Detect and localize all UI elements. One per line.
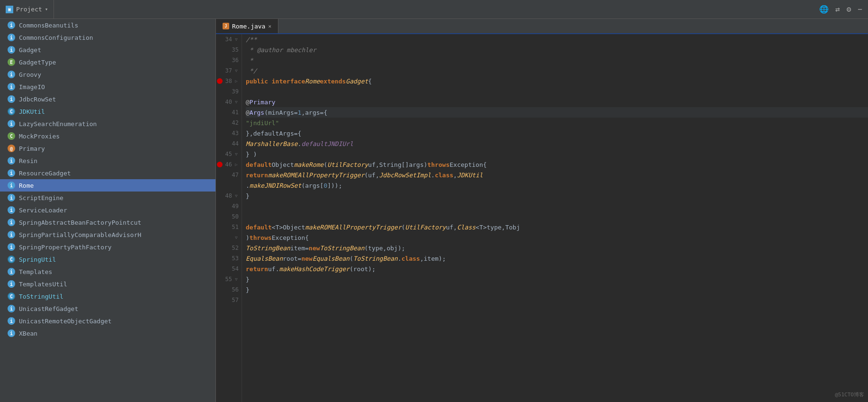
line-number-16: 49: [216, 201, 242, 211]
fold-arrow-19[interactable]: ▽: [234, 235, 239, 240]
sidebar-label-templates: Templates: [19, 268, 52, 275]
code-line-10: MarshallerBase.defaultJNDIUrl: [246, 138, 868, 149]
sidebar-label-serviceloader: ServiceLoader: [19, 207, 67, 214]
sidebar-label-lazysearchenumeration: LazySearchEnumeration: [19, 120, 97, 128]
line-number-11: 45▽: [216, 149, 242, 159]
sidebar-item-imageio[interactable]: iImageIO: [0, 81, 215, 93]
fold-arrow-6[interactable]: ▽: [234, 100, 239, 104]
sidebar-item-springpropertypathfactory[interactable]: iSpringPropertyPathFactory: [0, 241, 215, 253]
tab-label-rome-java: Rome.java: [232, 23, 265, 30]
line-number-7: 41: [216, 107, 242, 118]
sidebar-item-rome[interactable]: iRome: [0, 179, 215, 192]
line-number-24: 56: [216, 284, 242, 295]
sidebar-item-groovy[interactable]: iGroovy: [0, 68, 215, 81]
sidebar-label-resourcegadget: ResourceGadget: [19, 170, 71, 177]
sidebar-badge-springutil: C: [8, 256, 15, 263]
sidebar-item-commonsbeanutils[interactable]: iCommonsBeanutils: [0, 19, 215, 31]
code-line-4: public interface Rome extends Gadget {: [246, 76, 868, 86]
sidebar-item-resourcegadget[interactable]: iResourceGadget: [0, 167, 215, 179]
sidebar-item-mockproxies[interactable]: CMockProxies: [0, 130, 215, 142]
sidebar-item-springabstractbeanfactorypointcut[interactable]: iSpringAbstractBeanFactoryPointcut: [0, 216, 215, 228]
sidebar-badge-unicastremoteobjectgadget: i: [8, 317, 15, 325]
line-number-10: 44: [216, 138, 242, 149]
sidebar-label-unicastrefgadget: UnicastRefGadget: [19, 305, 78, 312]
line-numbers: 34▽353637▽38▷3940▽4142434445▽46▷4748▽495…: [216, 34, 242, 402]
sidebar-badge-commonsconfiguration: i: [8, 34, 15, 41]
line-number-2: 36: [216, 55, 242, 65]
code-lines: /** * @author mbechler * */public interf…: [242, 34, 868, 402]
project-dropdown-arrow[interactable]: ▾: [45, 6, 48, 12]
sidebar-badge-unicastrefgadget: i: [8, 305, 15, 312]
fold-arrow-3[interactable]: ▽: [234, 68, 239, 73]
tab-bar: JRome.java✕: [216, 19, 868, 34]
watermark: @51CTO博客: [835, 391, 864, 398]
sidebar-badge-jdkutil: C: [8, 108, 15, 115]
sidebar-item-lazysearchenumeration[interactable]: iLazySearchEnumeration: [0, 118, 215, 130]
sidebar-item-resin[interactable]: iResin: [0, 155, 215, 167]
line-number-20: 52: [216, 243, 242, 253]
code-area[interactable]: 34▽353637▽38▷3940▽4142434445▽46▷4748▽495…: [216, 34, 868, 402]
sidebar-badge-primary: @: [8, 145, 15, 152]
minimize-icon[interactable]: −: [858, 5, 862, 14]
sidebar-item-commonsconfiguration[interactable]: iCommonsConfiguration: [0, 31, 215, 44]
main-layout: iCommonsBeanutilsiCommonsConfigurationiG…: [0, 19, 868, 402]
sidebar-label-springutil: SpringUtil: [19, 256, 56, 263]
code-line-12: default Object makeRome ( UtilFactory uf…: [246, 159, 868, 170]
sidebar-item-scriptengine[interactable]: iScriptEngine: [0, 192, 215, 204]
tab-rome-java[interactable]: JRome.java✕: [216, 19, 278, 33]
sidebar-badge-mockproxies: C: [8, 132, 15, 140]
fold-arrow-15[interactable]: ▽: [234, 193, 239, 198]
code-line-25: [246, 295, 868, 305]
sidebar-item-jdkutil[interactable]: CJDKUtil: [0, 105, 215, 118]
fold-arrow-0[interactable]: ▽: [234, 37, 239, 42]
globe-icon[interactable]: 🌐: [819, 5, 829, 14]
project-icon: ▣: [6, 6, 13, 13]
line-number-17: 50: [216, 211, 242, 222]
settings-icon[interactable]: ⚙: [847, 5, 851, 14]
sidebar-label-groovy: Groovy: [19, 71, 41, 78]
fold-arrow-4[interactable]: ▷: [234, 79, 239, 83]
fold-arrow-11[interactable]: ▽: [234, 152, 239, 156]
sidebar-label-scriptengine: ScriptEngine: [19, 194, 63, 201]
breakpoint-12: [217, 162, 223, 167]
code-line-14: .makeJNDIRowSet(args[ 0 ]));: [246, 180, 868, 191]
sidebar-item-templatesutil[interactable]: iTemplatesUtil: [0, 278, 215, 290]
sidebar-item-unicastremoteobjectgadget[interactable]: iUnicastRemoteObjectGadget: [0, 315, 215, 327]
sidebar-item-unicastrefgadget[interactable]: iUnicastRefGadget: [0, 302, 215, 315]
line-number-4: 38▷: [216, 76, 242, 86]
sidebar-badge-scriptengine: i: [8, 194, 15, 201]
sidebar-item-templates[interactable]: iTemplates: [0, 265, 215, 278]
line-number-23: 55▽: [216, 274, 242, 284]
sidebar-badge-gadget: i: [8, 46, 15, 54]
sidebar-badge-jdbcrowset: i: [8, 95, 15, 103]
sidebar-label-primary: Primary: [19, 145, 45, 152]
sidebar: iCommonsBeanutilsiCommonsConfigurationiG…: [0, 19, 216, 402]
sidebar-item-serviceloader[interactable]: iServiceLoader: [0, 204, 215, 216]
sidebar-item-springpartiallycomparableadvisorh[interactable]: iSpringPartiallyComparableAdvisorH: [0, 228, 215, 241]
line-number-13: 47: [216, 170, 242, 180]
code-line-13: return makeROMEAllPropertyTrigger(uf, Jd…: [246, 170, 868, 180]
sidebar-item-xbean[interactable]: iXBean: [0, 327, 215, 339]
line-number-1: 35: [216, 45, 242, 55]
top-icons-group: 🌐 ⇄ ⚙ −: [814, 5, 868, 14]
code-line-0: /**: [246, 34, 868, 45]
line-number-9: 43: [216, 128, 242, 138]
code-line-11: } ): [246, 149, 868, 159]
sidebar-item-gadgettype[interactable]: EGadgetType: [0, 56, 215, 68]
sidebar-item-jdbcrowset[interactable]: iJdbcRowSet: [0, 93, 215, 105]
line-number-8: 42: [216, 118, 242, 128]
code-line-3: */: [246, 65, 868, 76]
line-number-15: 48▽: [216, 191, 242, 201]
tab-close-rome-java[interactable]: ✕: [268, 23, 271, 29]
sidebar-badge-templates: i: [8, 268, 15, 275]
sidebar-item-tostringutil[interactable]: CToStringUtil: [0, 290, 215, 302]
project-section[interactable]: ▣ Project ▾: [0, 0, 54, 18]
code-line-6: @Primary: [246, 97, 868, 107]
balance-icon[interactable]: ⇄: [835, 5, 840, 14]
sidebar-item-springutil[interactable]: CSpringUtil: [0, 253, 215, 265]
sidebar-item-gadget[interactable]: iGadget: [0, 44, 215, 56]
fold-arrow-12[interactable]: ▷: [234, 162, 239, 167]
sidebar-item-primary[interactable]: @Primary: [0, 142, 215, 155]
line-number-12: 46▷: [216, 159, 242, 170]
fold-arrow-23[interactable]: ▽: [234, 277, 239, 282]
